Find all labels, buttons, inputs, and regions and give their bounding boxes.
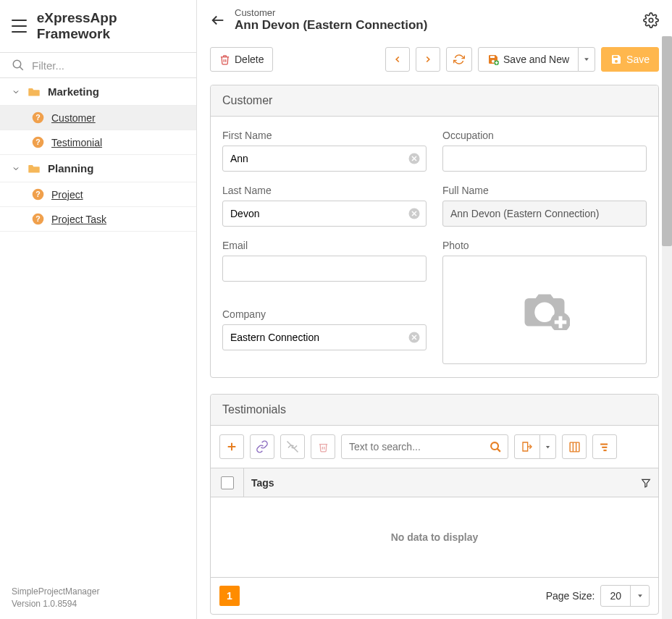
back-arrow-icon[interactable] bbox=[210, 12, 226, 28]
sidebar-header: eXpressApp Framework bbox=[0, 0, 196, 52]
svg-marker-13 bbox=[584, 58, 589, 61]
scrollbar-thumb[interactable] bbox=[662, 36, 672, 246]
grid-search bbox=[341, 434, 508, 459]
chevron-down-icon bbox=[12, 164, 20, 173]
main-header: Customer Ann Devon (Eastern Connection) bbox=[197, 0, 672, 40]
sidebar-item-customer[interactable]: ? Customer bbox=[0, 106, 196, 130]
first-name-label: First Name bbox=[222, 130, 427, 141]
save-label: Save bbox=[626, 54, 650, 65]
sidebar-item-label: Project bbox=[51, 189, 83, 201]
first-name-field: First Name bbox=[222, 130, 427, 172]
clear-icon[interactable] bbox=[408, 152, 421, 165]
footer-version: Version 1.0.8594 bbox=[12, 598, 185, 610]
sidebar-item-label: Testimonial bbox=[51, 137, 102, 148]
save-and-new-group: Save and New bbox=[478, 47, 595, 72]
hamburger-icon[interactable] bbox=[12, 20, 27, 33]
folder-icon bbox=[28, 87, 41, 97]
save-and-new-dropdown[interactable] bbox=[578, 47, 595, 72]
refresh-button[interactable] bbox=[446, 47, 472, 72]
nav-group-planning[interactable]: Planning bbox=[0, 155, 196, 182]
caret-down-icon bbox=[583, 56, 590, 63]
nav-group-label: Marketing bbox=[48, 85, 99, 98]
svg-point-16 bbox=[540, 307, 550, 316]
nav-group-marketing[interactable]: Marketing bbox=[0, 78, 196, 106]
sidebar-item-project[interactable]: ? Project bbox=[0, 182, 196, 207]
grid-col-label: Tags bbox=[251, 477, 274, 489]
page-size-select[interactable]: 20 bbox=[600, 585, 650, 607]
search-icon bbox=[490, 441, 502, 453]
export-button[interactable] bbox=[514, 434, 556, 459]
nav: Marketing ? Customer ? Testimonial Plann… bbox=[0, 78, 196, 577]
grid-search-input[interactable] bbox=[342, 441, 483, 452]
last-name-field: Last Name bbox=[222, 185, 427, 227]
svg-line-1 bbox=[20, 67, 23, 70]
svg-marker-24 bbox=[546, 446, 550, 448]
first-name-input[interactable] bbox=[222, 146, 427, 172]
filter-button[interactable] bbox=[592, 434, 617, 459]
sidebar-item-project-task[interactable]: ? Project Task bbox=[0, 207, 196, 232]
grid-col-tags[interactable]: Tags bbox=[244, 468, 658, 497]
page-size-label: Page Size: bbox=[546, 590, 595, 602]
sidebar-item-testimonial[interactable]: ? Testimonial bbox=[0, 130, 196, 155]
add-button[interactable] bbox=[219, 434, 244, 459]
next-button[interactable] bbox=[416, 47, 440, 72]
filter-input[interactable] bbox=[32, 59, 185, 72]
save-and-new-label: Save and New bbox=[503, 54, 569, 65]
trash-icon bbox=[318, 442, 329, 452]
email-input[interactable] bbox=[222, 256, 427, 282]
page-number[interactable]: 1 bbox=[219, 586, 240, 606]
chevron-right-icon bbox=[423, 54, 433, 64]
grid-delete-button[interactable] bbox=[311, 434, 335, 459]
svg-rect-29 bbox=[602, 446, 607, 447]
photo-upload[interactable] bbox=[442, 256, 647, 364]
grid-search-go[interactable] bbox=[483, 435, 508, 458]
main: Customer Ann Devon (Eastern Connection) … bbox=[197, 0, 672, 619]
search-icon bbox=[12, 59, 25, 72]
svg-point-0 bbox=[13, 60, 21, 68]
gear-icon[interactable] bbox=[643, 12, 659, 28]
link-button[interactable] bbox=[250, 434, 274, 459]
chevron-down-icon bbox=[12, 88, 20, 96]
email-field: Email bbox=[222, 240, 427, 295]
filter-column-icon[interactable] bbox=[641, 478, 651, 488]
clear-icon[interactable] bbox=[408, 207, 421, 220]
grid-header: Tags bbox=[211, 468, 658, 497]
breadcrumb: Customer bbox=[235, 7, 634, 18]
question-icon: ? bbox=[32, 111, 44, 124]
svg-line-23 bbox=[497, 448, 500, 451]
last-name-input[interactable] bbox=[222, 201, 427, 227]
svg-rect-30 bbox=[603, 450, 606, 451]
sidebar-item-label: Project Task bbox=[51, 214, 106, 225]
save-button[interactable]: Save bbox=[601, 47, 659, 72]
company-input[interactable] bbox=[222, 324, 427, 350]
export-icon bbox=[521, 441, 533, 452]
scrollbar[interactable] bbox=[662, 36, 672, 619]
svg-point-22 bbox=[491, 442, 498, 450]
delete-button[interactable]: Delete bbox=[210, 47, 273, 72]
prev-button[interactable] bbox=[385, 47, 410, 72]
full-name-label: Full Name bbox=[442, 185, 647, 196]
unlink-button[interactable] bbox=[280, 434, 305, 459]
occupation-field: Occupation bbox=[442, 130, 647, 172]
page-size-value: 20 bbox=[601, 590, 630, 602]
column-chooser-button[interactable] bbox=[562, 434, 587, 459]
svg-rect-25 bbox=[570, 442, 579, 452]
link-icon bbox=[256, 440, 269, 453]
svg-text:?: ? bbox=[35, 138, 40, 146]
grid-empty-text: No data to display bbox=[211, 497, 658, 577]
occupation-input[interactable] bbox=[442, 146, 647, 172]
last-name-label: Last Name bbox=[222, 185, 427, 196]
grid-select-all[interactable] bbox=[211, 468, 244, 497]
email-label: Email bbox=[222, 240, 427, 251]
save-and-new-button[interactable]: Save and New bbox=[478, 47, 579, 72]
filter-box bbox=[0, 52, 196, 78]
main-toolbar: Delete Save and New bbox=[197, 40, 672, 79]
svg-rect-28 bbox=[600, 443, 608, 445]
svg-text:?: ? bbox=[35, 190, 40, 198]
testimonials-toolbar bbox=[211, 426, 658, 468]
delete-label: Delete bbox=[235, 54, 264, 65]
testimonials-panel-title: Testimonials bbox=[211, 395, 658, 426]
customer-panel-title: Customer bbox=[211, 85, 658, 117]
svg-marker-31 bbox=[642, 479, 650, 487]
clear-icon[interactable] bbox=[408, 331, 421, 344]
